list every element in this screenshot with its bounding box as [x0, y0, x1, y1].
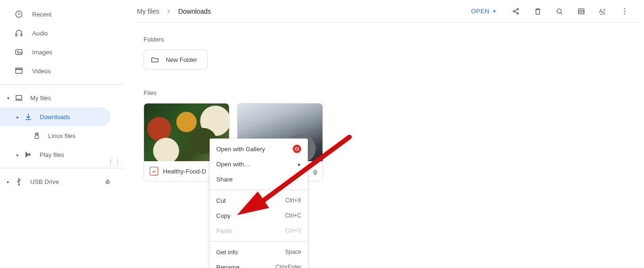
eject-icon[interactable] [104, 178, 111, 185]
open-button[interactable]: OPEN ▼ [471, 8, 497, 15]
view-list-icon[interactable] [576, 7, 586, 16]
folders-heading: Folders [144, 36, 644, 43]
divider [210, 190, 308, 190]
svg-point-8 [36, 134, 36, 134]
svg-rect-2 [21, 34, 22, 36]
ctx-paste: Paste Ctrl+V [210, 223, 308, 238]
ctx-label: Paste [216, 227, 285, 234]
linux-icon [32, 131, 42, 140]
open-button-label: OPEN [471, 8, 490, 15]
folder-card-newfolder[interactable]: New Folder [144, 50, 208, 69]
svg-point-13 [517, 12, 518, 14]
ctx-cut[interactable]: Cut Ctrl+X [210, 193, 308, 208]
clapper-icon [14, 66, 24, 76]
headphones-icon [14, 28, 24, 38]
chevron-right-icon [165, 8, 172, 15]
chevron-right-icon: ▸ [298, 161, 301, 168]
file-name: g [314, 168, 317, 175]
sidebar-item-label: Downloads [40, 113, 70, 121]
sidebar-item-label: Videos [32, 68, 51, 75]
download-icon [24, 112, 33, 121]
files-heading: Files [144, 89, 644, 96]
chevron-right-icon: ▸ [13, 152, 22, 157]
laptop-icon [14, 93, 24, 103]
drag-handle-icon[interactable]: ⋮⋮⋮⋮ [108, 159, 121, 164]
sidebar-item-playfiles[interactable]: ▸ Play files [0, 145, 123, 164]
ctx-label: Share [216, 176, 301, 183]
ctx-getinfo[interactable]: Get info Space [210, 244, 308, 259]
svg-rect-14 [536, 9, 540, 14]
chevron-down-icon: ▼ [492, 9, 497, 14]
ctx-label: Cut [216, 197, 285, 204]
sidebar: Recent Audio Images Videos ▾ My [0, 0, 123, 268]
search-icon[interactable] [555, 7, 564, 16]
sidebar-item-videos[interactable]: Videos [0, 61, 123, 80]
gallery-app-icon [293, 145, 301, 153]
image-file-icon [150, 167, 158, 175]
ctx-rename[interactable]: Rename Ctrl+Enter [210, 259, 308, 268]
svg-rect-16 [578, 9, 584, 14]
clock-icon [14, 9, 24, 19]
toolbar: My files Downloads OPEN ▼ [137, 0, 640, 23]
ctx-label: Get info [216, 249, 285, 256]
image-icon [14, 47, 24, 57]
sidebar-item-recent[interactable]: Recent [0, 5, 123, 24]
sidebar-item-linux[interactable]: Linux files [0, 126, 123, 145]
ctx-label: Rename [216, 264, 276, 268]
breadcrumb: My files Downloads [137, 8, 211, 15]
ctx-label: Open with… [216, 161, 298, 168]
ctx-open-with[interactable]: Open with… ▸ [210, 156, 308, 172]
folder-name: New Folder [166, 56, 197, 63]
sidebar-item-label: My files [30, 95, 51, 102]
svg-rect-6 [16, 95, 22, 99]
breadcrumb-root[interactable]: My files [137, 8, 159, 15]
svg-point-12 [517, 8, 518, 9]
ctx-shortcut: Ctrl+X [285, 197, 301, 204]
delete-icon[interactable] [533, 7, 542, 16]
svg-point-18 [624, 8, 626, 9]
play-icon [24, 150, 33, 159]
ctx-shortcut: Ctrl+V [285, 227, 301, 234]
svg-rect-5 [16, 69, 22, 73]
ctx-copy[interactable]: Copy Ctrl+C [210, 208, 308, 223]
sidebar-item-label: Play files [40, 151, 64, 158]
svg-point-19 [624, 10, 626, 12]
chevron-down-icon: ▾ [4, 95, 12, 101]
svg-rect-1 [16, 34, 17, 36]
sidebar-item-label: Audio [32, 30, 48, 37]
main-panel: My files Downloads OPEN ▼ [123, 0, 644, 268]
usb-icon [14, 177, 24, 186]
ctx-open-gallery[interactable]: Open with Gallery [210, 141, 308, 156]
svg-rect-21 [296, 148, 299, 150]
sidebar-item-images[interactable]: Images [0, 43, 123, 61]
more-icon[interactable] [620, 7, 629, 16]
chevron-right-icon: ▸ [4, 179, 12, 184]
divider [210, 241, 308, 242]
sort-icon[interactable]: AZ [598, 7, 608, 16]
sidebar-item-myfiles[interactable]: ▾ My files [0, 88, 123, 107]
sidebar-item-label: Images [32, 49, 52, 56]
svg-point-4 [17, 51, 18, 52]
ctx-shortcut: Ctrl+C [285, 212, 301, 219]
share-icon[interactable] [511, 7, 521, 16]
svg-point-20 [624, 13, 626, 14]
sidebar-item-label: USB Drive [30, 178, 59, 185]
sidebar-item-usb[interactable]: ▸ USB Drive [0, 172, 123, 191]
breadcrumb-current[interactable]: Downloads [178, 8, 211, 15]
divider [0, 168, 123, 168]
sidebar-item-label: Recent [32, 11, 51, 18]
divider [0, 84, 123, 85]
folder-icon [151, 55, 159, 64]
sidebar-item-downloads[interactable]: ▸ Downloads [0, 107, 110, 126]
svg-point-11 [513, 10, 515, 12]
svg-text:AZ: AZ [599, 8, 606, 14]
context-menu: Open with Gallery Open with… ▸ Share Cut… [210, 138, 308, 268]
content-area: Folders New Folder Files Healthy-Food-D [123, 23, 644, 182]
sidebar-item-audio[interactable]: Audio [0, 24, 123, 43]
ctx-label: Open with Gallery [216, 146, 293, 153]
ctx-shortcut: Space [285, 249, 301, 255]
svg-point-15 [557, 9, 561, 13]
sidebar-item-label: Linux files [48, 132, 76, 139]
chevron-right-icon: ▸ [13, 114, 22, 120]
ctx-share[interactable]: Share [210, 172, 308, 187]
